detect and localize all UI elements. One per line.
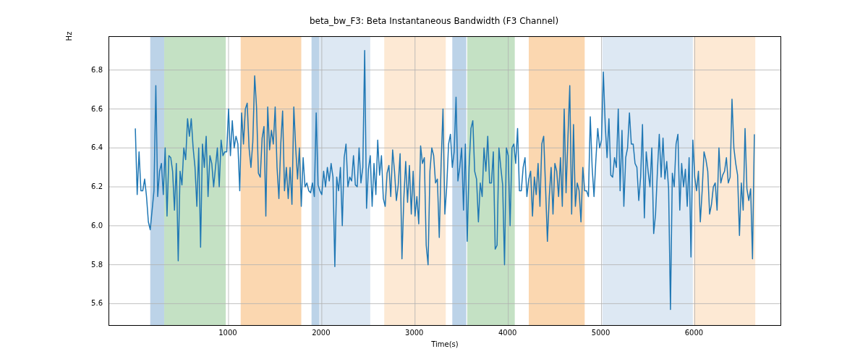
phase-span — [467, 37, 515, 325]
x-tick-label: 5000 — [592, 329, 610, 337]
x-tick-label: 1000 — [218, 329, 237, 337]
y-tick-label: 6.2 — [74, 182, 103, 190]
y-tick-label: 6.8 — [74, 65, 103, 73]
x-tick-label: 2000 — [312, 329, 330, 337]
x-tick-label: 6000 — [685, 329, 703, 337]
plot-svg — [109, 37, 780, 325]
phase-span — [319, 37, 370, 325]
plot-area — [109, 36, 781, 326]
y-axis-label: Hz — [65, 0, 80, 181]
y-tick-label: 5.8 — [74, 260, 103, 268]
y-tick-label: 6.0 — [74, 221, 103, 229]
x-tick-label: 4000 — [498, 329, 516, 337]
chart-title: beta_bw_F3: Beta Instantaneous Bandwidth… — [0, 16, 868, 26]
y-tick-label: 6.6 — [74, 104, 103, 112]
x-axis-label: Time(s) — [109, 340, 781, 348]
y-tick-label: 6.4 — [74, 143, 103, 151]
figure: beta_bw_F3: Beta Instantaneous Bandwidth… — [0, 0, 868, 362]
x-tick-label: 3000 — [405, 329, 423, 337]
y-tick-label: 5.6 — [74, 299, 103, 307]
